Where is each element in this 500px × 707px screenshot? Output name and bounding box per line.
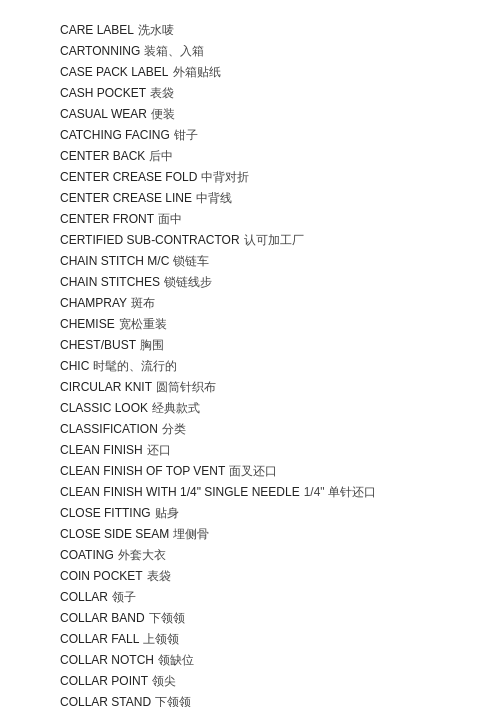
- term-english: CHIC: [60, 359, 89, 373]
- list-item: COLLAR NOTCH领缺位: [60, 650, 440, 671]
- term-chinese: 中背线: [196, 191, 232, 205]
- term-chinese: 宽松重装: [119, 317, 167, 331]
- term-chinese: 外箱贴纸: [173, 65, 221, 79]
- list-item: CLOSE FITTING贴身: [60, 503, 440, 524]
- term-english: CHEST/BUST: [60, 338, 136, 352]
- term-chinese: 1/4" 单针还口: [304, 485, 376, 499]
- term-chinese: 领缺位: [158, 653, 194, 667]
- term-english: COATING: [60, 548, 114, 562]
- term-chinese: 还口: [147, 443, 171, 457]
- term-chinese: 面中: [158, 212, 182, 226]
- term-english: CLASSIC LOOK: [60, 401, 148, 415]
- list-item: CENTER FRONT面中: [60, 209, 440, 230]
- term-chinese: 认可加工厂: [244, 233, 304, 247]
- list-item: CHEMISE宽松重装: [60, 314, 440, 335]
- term-english: CHAIN STITCH M/C: [60, 254, 169, 268]
- list-item: COLLAR POINT领尖: [60, 671, 440, 692]
- term-chinese: 后中: [149, 149, 173, 163]
- list-item: COLLAR STAND下领领: [60, 692, 440, 707]
- term-english: CIRCULAR KNIT: [60, 380, 152, 394]
- list-item: COLLAR领子: [60, 587, 440, 608]
- term-chinese: 下领领: [155, 695, 191, 707]
- list-item: CASE PACK LABEL外箱贴纸: [60, 62, 440, 83]
- term-english: CASH POCKET: [60, 86, 146, 100]
- term-chinese: 胸围: [140, 338, 164, 352]
- list-item: CLEAN FINISH WITH 1/4" SINGLE NEEDLE1/4"…: [60, 482, 440, 503]
- term-chinese: 外套大衣: [118, 548, 166, 562]
- term-chinese: 下领领: [149, 611, 185, 625]
- list-item: CHAIN STITCH M/C锁链车: [60, 251, 440, 272]
- term-english: CLOSE SIDE SEAM: [60, 527, 169, 541]
- term-english: COLLAR POINT: [60, 674, 148, 688]
- term-english: CERTIFIED SUB-CONTRACTOR: [60, 233, 240, 247]
- term-chinese: 分类: [162, 422, 186, 436]
- term-english: CENTER FRONT: [60, 212, 154, 226]
- term-chinese: 中背对折: [201, 170, 249, 184]
- term-english: CHAMPRAY: [60, 296, 127, 310]
- term-chinese: 便装: [151, 107, 175, 121]
- list-item: CHAMPRAY斑布: [60, 293, 440, 314]
- term-english: CASE PACK LABEL: [60, 65, 169, 79]
- term-chinese: 贴身: [155, 506, 179, 520]
- list-item: CASH POCKET表袋: [60, 83, 440, 104]
- term-english: CLEAN FINISH WITH 1/4" SINGLE NEEDLE: [60, 485, 300, 499]
- term-english: CLEAN FINISH: [60, 443, 143, 457]
- term-english: CHAIN STITCHES: [60, 275, 160, 289]
- term-english: COLLAR BAND: [60, 611, 145, 625]
- list-item: COATING外套大衣: [60, 545, 440, 566]
- term-english: CLASSIFICATION: [60, 422, 158, 436]
- list-item: CERTIFIED SUB-CONTRACTOR认可加工厂: [60, 230, 440, 251]
- term-english: CASUAL WEAR: [60, 107, 147, 121]
- term-chinese: 经典款式: [152, 401, 200, 415]
- list-item: CLASSIFICATION分类: [60, 419, 440, 440]
- list-item: CLASSIC LOOK经典款式: [60, 398, 440, 419]
- term-english: CATCHING FACING: [60, 128, 170, 142]
- term-chinese: 表袋: [150, 86, 174, 100]
- term-chinese: 上领领: [143, 632, 179, 646]
- term-english: CARE LABEL: [60, 23, 134, 37]
- term-english: CENTER CREASE FOLD: [60, 170, 197, 184]
- term-chinese: 装箱、入箱: [144, 44, 204, 58]
- list-item: CATCHING FACING钳子: [60, 125, 440, 146]
- list-item: CIRCULAR KNIT圆筒针织布: [60, 377, 440, 398]
- list-item: CLOSE SIDE SEAM埋侧骨: [60, 524, 440, 545]
- term-english: COLLAR NOTCH: [60, 653, 154, 667]
- term-chinese: 埋侧骨: [173, 527, 209, 541]
- list-item: CHIC时髦的、流行的: [60, 356, 440, 377]
- term-english: COLLAR: [60, 590, 108, 604]
- term-chinese: 时髦的、流行的: [93, 359, 177, 373]
- list-item: CENTER BACK后中: [60, 146, 440, 167]
- term-english: CLOSE FITTING: [60, 506, 151, 520]
- list-item: COLLAR FALL上领领: [60, 629, 440, 650]
- term-english: CENTER CREASE LINE: [60, 191, 192, 205]
- term-chinese: 锁链线步: [164, 275, 212, 289]
- list-item: CHEST/BUST胸围: [60, 335, 440, 356]
- list-item: COIN POCKET表袋: [60, 566, 440, 587]
- term-chinese: 洗水唛: [138, 23, 174, 37]
- term-chinese: 斑布: [131, 296, 155, 310]
- term-chinese: 锁链车: [173, 254, 209, 268]
- term-english: CENTER BACK: [60, 149, 145, 163]
- list-item: CLEAN FINISH OF TOP VENT面叉还口: [60, 461, 440, 482]
- list-item: CASUAL WEAR便装: [60, 104, 440, 125]
- term-english: CHEMISE: [60, 317, 115, 331]
- list-item: CENTER CREASE FOLD中背对折: [60, 167, 440, 188]
- term-chinese: 领尖: [152, 674, 176, 688]
- term-chinese: 表袋: [147, 569, 171, 583]
- term-english: COLLAR STAND: [60, 695, 151, 707]
- term-english: COIN POCKET: [60, 569, 143, 583]
- list-item: CARE LABEL洗水唛: [60, 20, 440, 41]
- term-chinese: 领子: [112, 590, 136, 604]
- list-item: CENTER CREASE LINE中背线: [60, 188, 440, 209]
- term-chinese: 圆筒针织布: [156, 380, 216, 394]
- list-item: CHAIN STITCHES锁链线步: [60, 272, 440, 293]
- term-english: CLEAN FINISH OF TOP VENT: [60, 464, 225, 478]
- list-item: CLEAN FINISH还口: [60, 440, 440, 461]
- term-chinese: 面叉还口: [229, 464, 277, 478]
- list-item: COLLAR BAND下领领: [60, 608, 440, 629]
- list-item: CARTONNING装箱、入箱: [60, 41, 440, 62]
- term-list: CARE LABEL洗水唛CARTONNING装箱、入箱CASE PACK LA…: [60, 20, 440, 707]
- term-chinese: 钳子: [174, 128, 198, 142]
- term-english: CARTONNING: [60, 44, 140, 58]
- term-english: COLLAR FALL: [60, 632, 139, 646]
